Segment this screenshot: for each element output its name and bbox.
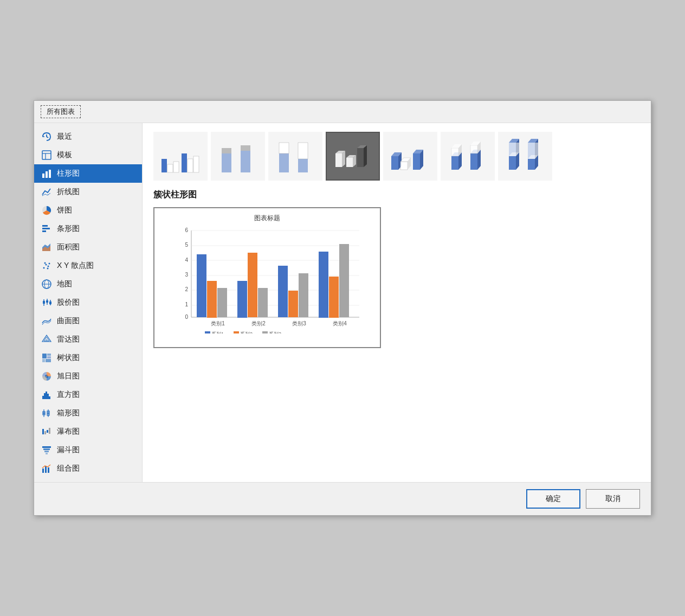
confirm-button[interactable]: 确定 <box>526 489 580 509</box>
svg-rect-32 <box>47 356 51 358</box>
svg-marker-81 <box>391 156 398 170</box>
svg-rect-3 <box>42 174 44 178</box>
svg-point-16 <box>49 263 50 265</box>
dialog-title-bar: 所有图表 <box>34 101 651 123</box>
sidebar-item-surface[interactable]: 曲面图 <box>34 312 142 330</box>
svg-rect-132 <box>237 281 247 318</box>
sidebar-label-surface: 曲面图 <box>57 316 80 326</box>
sidebar-label-combo: 组合图 <box>57 464 80 473</box>
svg-rect-58 <box>161 159 167 172</box>
svg-rect-54 <box>46 453 48 454</box>
sidebar-item-template[interactable]: 模板 <box>34 146 142 164</box>
svg-rect-130 <box>207 281 217 318</box>
svg-rect-7 <box>42 225 48 227</box>
svg-rect-145 <box>205 331 210 333</box>
sidebar-item-stock[interactable]: 股价图 <box>34 293 142 312</box>
svg-rect-30 <box>42 354 47 358</box>
map-icon <box>41 278 53 290</box>
sidebar-item-pie[interactable]: 饼图 <box>34 201 142 220</box>
svg-rect-4 <box>46 171 48 178</box>
svg-point-14 <box>48 266 49 267</box>
chart-type-stacked[interactable] <box>211 132 265 181</box>
svg-rect-64 <box>222 153 231 172</box>
svg-text:1: 1 <box>185 301 188 307</box>
svg-marker-74 <box>342 151 345 167</box>
sidebar-item-hbar[interactable]: 条形图 <box>34 220 142 238</box>
sidebar-item-area[interactable]: 面积图 <box>34 238 142 256</box>
funnel-icon <box>41 444 53 456</box>
svg-rect-69 <box>279 143 289 153</box>
svg-point-12 <box>43 267 45 269</box>
sidebar-item-radar[interactable]: 雷达图 <box>34 330 142 349</box>
chart-type-clustered[interactable] <box>153 132 208 181</box>
sidebar-item-funnel[interactable]: 漏斗图 <box>34 441 142 459</box>
svg-rect-63 <box>193 156 199 172</box>
sidebar-item-scatter[interactable]: X Y 散点图 <box>34 256 142 275</box>
chart-type-stacked100[interactable] <box>268 132 322 181</box>
sidebar-label-pie: 饼图 <box>57 206 72 215</box>
pie-icon <box>41 204 53 216</box>
sidebar-label-boxplot: 箱形图 <box>57 408 80 418</box>
svg-text:系列3: 系列3 <box>269 331 281 333</box>
svg-point-15 <box>44 262 46 264</box>
chart-type-3d-colrow[interactable] <box>383 132 437 181</box>
svg-rect-60 <box>173 162 179 172</box>
dialog-footer: 确定 取消 <box>34 482 651 515</box>
sidebar-label-treemap: 树状图 <box>57 353 80 363</box>
sidebar-item-histogram[interactable]: 直方图 <box>34 386 142 404</box>
svg-text:2: 2 <box>185 286 188 292</box>
histogram-icon <box>41 389 53 401</box>
sidebar-item-boxplot[interactable]: 箱形图 <box>34 404 142 422</box>
svg-rect-137 <box>299 273 308 317</box>
svg-marker-87 <box>413 153 420 170</box>
svg-rect-34 <box>46 359 51 362</box>
svg-rect-51 <box>42 446 51 448</box>
sidebar-label-area: 面积图 <box>57 242 80 252</box>
svg-rect-136 <box>288 291 298 317</box>
sidebar-label-sunburst: 旭日图 <box>57 371 80 381</box>
sidebar-label-line: 折线图 <box>57 187 80 197</box>
recent-icon <box>41 131 53 143</box>
svg-rect-135 <box>278 266 288 317</box>
chart-type-3d-stacked100[interactable] <box>498 132 552 181</box>
svg-rect-67 <box>241 145 250 151</box>
svg-rect-22 <box>43 301 45 304</box>
template-icon <box>41 149 53 161</box>
svg-rect-48 <box>44 431 46 434</box>
svg-rect-8 <box>42 228 50 229</box>
svg-rect-38 <box>46 392 47 399</box>
svg-rect-149 <box>262 331 268 333</box>
sidebar-label-funnel: 漏斗图 <box>57 445 80 455</box>
svg-text:5: 5 <box>185 242 188 248</box>
sidebar-item-combo[interactable]: 组合图 <box>34 459 142 478</box>
sidebar-item-waterfall[interactable]: 瀑布图 <box>34 422 142 441</box>
svg-rect-9 <box>42 230 46 232</box>
sidebar-label-map: 地图 <box>57 279 72 289</box>
svg-rect-5 <box>49 170 51 178</box>
svg-text:类别2: 类别2 <box>251 320 266 326</box>
svg-rect-139 <box>329 277 339 318</box>
chart-category-sidebar: 最近 模板 <box>34 123 143 482</box>
area-icon <box>41 241 53 253</box>
svg-rect-61 <box>182 153 187 172</box>
svg-rect-36 <box>42 396 44 399</box>
svg-point-13 <box>46 264 47 266</box>
dialog-title: 所有图表 <box>41 105 81 118</box>
sidebar-item-treemap[interactable]: 树状图 <box>34 349 142 367</box>
sidebar-item-map[interactable]: 地图 <box>34 275 142 293</box>
stock-icon <box>41 297 53 309</box>
chart-type-3d-stacked[interactable] <box>441 132 495 181</box>
cancel-button[interactable]: 取消 <box>586 489 640 509</box>
sidebar-item-bar[interactable]: 柱形图 <box>34 164 142 183</box>
sidebar-label-waterfall: 瀑布图 <box>57 427 80 437</box>
svg-text:4: 4 <box>185 257 188 263</box>
sidebar-item-sunburst[interactable]: 旭日图 <box>34 367 142 386</box>
sidebar-item-recent[interactable]: 最近 <box>34 127 142 146</box>
sidebar-item-line[interactable]: 折线图 <box>34 183 142 201</box>
svg-rect-49 <box>47 430 48 433</box>
chart-type-3d-clustered[interactable] <box>326 132 380 181</box>
svg-rect-55 <box>42 469 44 473</box>
sidebar-label-radar: 雷达图 <box>57 335 80 344</box>
chart-desc-title: 簇状柱形图 <box>153 189 640 201</box>
svg-text:3: 3 <box>185 272 188 278</box>
